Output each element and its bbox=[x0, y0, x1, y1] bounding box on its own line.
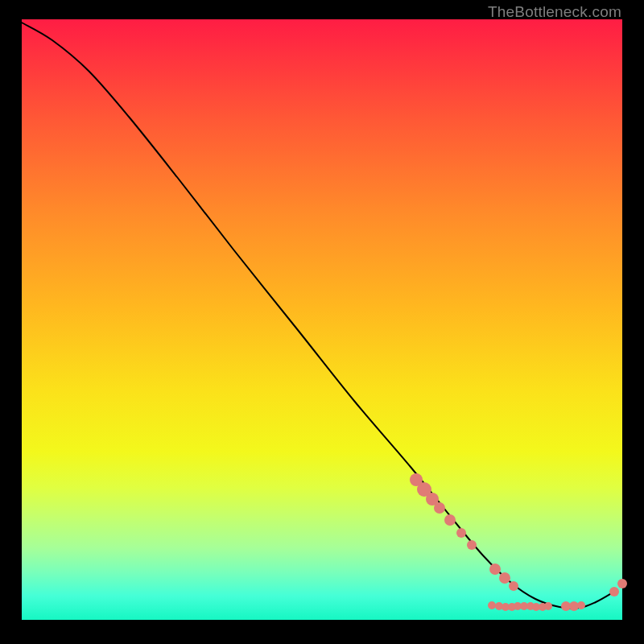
data-point bbox=[609, 587, 619, 597]
data-point bbox=[434, 502, 445, 514]
data-point bbox=[509, 581, 518, 591]
data-point bbox=[577, 601, 585, 609]
data-points-group bbox=[410, 473, 627, 611]
bottleneck-curve bbox=[22, 23, 614, 609]
data-point bbox=[617, 579, 627, 588]
chart-svg bbox=[22, 19, 622, 620]
data-point bbox=[467, 540, 477, 550]
data-point bbox=[488, 601, 496, 609]
data-point bbox=[456, 528, 466, 538]
data-point bbox=[489, 564, 501, 575]
data-point bbox=[499, 572, 510, 584]
attribution-text: TheBottleneck.com bbox=[488, 3, 621, 21]
data-point bbox=[544, 602, 552, 610]
data-point bbox=[444, 514, 456, 526]
